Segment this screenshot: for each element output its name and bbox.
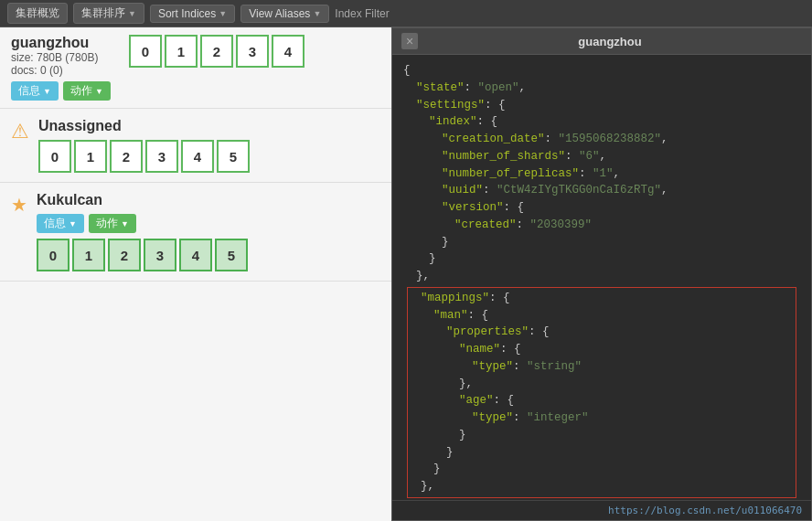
kukulcan-shard-2[interactable]: 2 bbox=[108, 239, 141, 271]
close-icon: × bbox=[406, 34, 413, 48]
guangzhou-action-arrow: ▼ bbox=[95, 87, 103, 96]
sort-indices-label: Sort Indices bbox=[158, 7, 216, 20]
kukulcan-info-label: 信息 bbox=[44, 216, 66, 231]
guangzhou-shard-3[interactable]: 3 bbox=[236, 35, 269, 68]
guangzhou-info-label: 信息 bbox=[18, 83, 40, 99]
unassigned-content: Unassigned 0 1 2 3 4 5 bbox=[38, 118, 381, 173]
cluster-sort-label: 集群排序 bbox=[81, 5, 125, 21]
kukulcan-shard-5[interactable]: 5 bbox=[215, 239, 248, 271]
json-line-10: "created": "2030399" bbox=[403, 217, 800, 234]
unassigned-shard-1[interactable]: 1 bbox=[74, 140, 107, 173]
json-line-8: "uuid": "CtW4zIYgTKGG0nCaI6zRTg", bbox=[403, 182, 800, 199]
unassigned-shard-0[interactable]: 0 bbox=[38, 140, 71, 173]
json-line-5: "creation_date": "1595068238882", bbox=[403, 131, 800, 148]
cluster-overview-label: 集群概览 bbox=[16, 5, 59, 21]
json-body[interactable]: { "state": "open", "settings": { "index"… bbox=[392, 55, 811, 500]
json-line-6: "number_of_shards": "6", bbox=[403, 148, 800, 165]
unassigned-row: ⚠ Unassigned 0 1 2 3 4 5 bbox=[0, 109, 392, 183]
json-line-23: } bbox=[408, 444, 796, 462]
guangzhou-info: guangzhou size: 780B (780B) docs: 0 (0) … bbox=[11, 35, 111, 101]
guangzhou-action-btn[interactable]: 动作 ▼ bbox=[63, 81, 111, 101]
cluster-sort-arrow: ▼ bbox=[128, 9, 136, 18]
unassigned-shard-2[interactable]: 2 bbox=[110, 140, 143, 173]
json-line-13: }, bbox=[403, 268, 800, 285]
json-panel: × guangzhou { "state": "open", "settings… bbox=[391, 27, 812, 521]
kukulcan-shards: 0 1 2 3 4 5 bbox=[37, 239, 381, 271]
guangzhou-info-btn[interactable]: 信息 ▼ bbox=[11, 81, 59, 101]
json-panel-close-btn[interactable]: × bbox=[401, 33, 418, 49]
json-line-21: "type": "integer" bbox=[408, 409, 796, 427]
toolbar: 集群概览 集群排序 ▼ Sort Indices ▼ View Aliases … bbox=[0, 0, 812, 27]
kukulcan-action-btn[interactable]: 动作 ▼ bbox=[89, 214, 136, 233]
view-aliases-label: View Aliases bbox=[249, 7, 310, 20]
json-line-11: } bbox=[403, 234, 800, 251]
view-aliases-arrow: ▼ bbox=[313, 9, 321, 18]
json-line-16: "properties": { bbox=[408, 324, 796, 341]
json-line-1: { bbox=[403, 62, 800, 80]
index-filter-label: Index Filter bbox=[335, 7, 389, 20]
warning-icon-container: ⚠ bbox=[11, 120, 29, 144]
sort-indices-arrow: ▼ bbox=[219, 9, 227, 18]
sort-indices-btn[interactable]: Sort Indices ▼ bbox=[150, 5, 235, 23]
unassigned-shard-5[interactable]: 5 bbox=[217, 140, 250, 173]
guangzhou-shard-0[interactable]: 0 bbox=[129, 35, 162, 68]
json-line-20: "age": { bbox=[408, 392, 796, 409]
kukulcan-shard-3[interactable]: 3 bbox=[144, 239, 176, 271]
kukulcan-content: Kukulcan 信息 ▼ 动作 ▼ 0 1 2 3 4 bbox=[37, 192, 381, 271]
star-icon-container: ★ bbox=[11, 194, 27, 216]
kukulcan-action-label: 动作 bbox=[96, 216, 118, 231]
kukulcan-shard-0[interactable]: 0 bbox=[37, 239, 69, 271]
guangzhou-shard-4[interactable]: 4 bbox=[272, 35, 304, 68]
guangzhou-size: size: 780B (780B) bbox=[11, 51, 111, 64]
guangzhou-card: guangzhou size: 780B (780B) docs: 0 (0) … bbox=[0, 27, 392, 109]
guangzhou-info-arrow: ▼ bbox=[43, 87, 51, 96]
kukulcan-label: Kukulcan bbox=[37, 192, 381, 208]
kukulcan-shard-1[interactable]: 1 bbox=[72, 239, 105, 271]
guangzhou-docs: docs: 0 (0) bbox=[11, 64, 111, 77]
kukulcan-info-btn[interactable]: 信息 ▼ bbox=[37, 214, 84, 233]
unassigned-shard-3[interactable]: 3 bbox=[145, 140, 178, 173]
json-line-14: "mappings": { bbox=[408, 290, 796, 307]
json-line-7: "number_of_replicas": "1", bbox=[403, 165, 800, 183]
json-line-3: "settings": { bbox=[403, 97, 800, 114]
json-line-12: } bbox=[403, 250, 800, 268]
json-line-15: "man": { bbox=[408, 307, 796, 324]
json-line-24: } bbox=[408, 461, 796, 478]
json-line-19: }, bbox=[408, 376, 796, 393]
guangzhou-action-label: 动作 bbox=[70, 83, 92, 99]
unassigned-shard-4[interactable]: 4 bbox=[181, 140, 214, 173]
json-line-17: "name": { bbox=[408, 341, 796, 358]
kukulcan-action-arrow: ▼ bbox=[121, 219, 129, 229]
star-icon: ★ bbox=[11, 195, 27, 215]
guangzhou-shard-2[interactable]: 2 bbox=[200, 35, 233, 68]
unassigned-shards: 0 1 2 3 4 5 bbox=[38, 140, 381, 173]
json-line-22: } bbox=[408, 427, 796, 444]
unassigned-label: Unassigned bbox=[38, 118, 381, 134]
json-line-4: "index": { bbox=[403, 113, 800, 131]
guangzhou-shard-1[interactable]: 1 bbox=[165, 35, 198, 68]
kukulcan-shard-4[interactable]: 4 bbox=[179, 239, 212, 271]
json-panel-footer: https://blog.csdn.net/u011066470 bbox=[392, 500, 811, 520]
json-line-9: "version": { bbox=[403, 199, 800, 217]
json-panel-header: × guangzhou bbox=[392, 28, 811, 55]
json-line-18: "type": "string" bbox=[408, 358, 796, 376]
main-content: guangzhou size: 780B (780B) docs: 0 (0) … bbox=[0, 27, 812, 521]
left-panel: guangzhou size: 780B (780B) docs: 0 (0) … bbox=[0, 27, 393, 521]
json-panel-url: https://blog.csdn.net/u011066470 bbox=[608, 505, 802, 516]
cluster-sort-btn[interactable]: 集群排序 ▼ bbox=[73, 3, 144, 24]
json-line-25: }, bbox=[408, 478, 796, 495]
kukulcan-row: ★ Kukulcan 信息 ▼ 动作 ▼ 0 1 2 bbox=[0, 183, 392, 282]
warning-icon: ⚠ bbox=[11, 120, 29, 143]
cluster-overview-btn[interactable]: 集群概览 bbox=[7, 3, 68, 24]
json-panel-title: guangzhou bbox=[578, 35, 641, 48]
json-line-2: "state": "open", bbox=[403, 80, 800, 97]
guangzhou-shards: 0 1 2 3 4 bbox=[129, 35, 304, 68]
json-highlight-box: "mappings": { "man": { "properties": { "… bbox=[407, 287, 796, 498]
view-aliases-btn[interactable]: View Aliases ▼ bbox=[240, 5, 329, 23]
guangzhou-name: guangzhou bbox=[11, 35, 111, 51]
kukulcan-info-arrow: ▼ bbox=[69, 219, 77, 229]
